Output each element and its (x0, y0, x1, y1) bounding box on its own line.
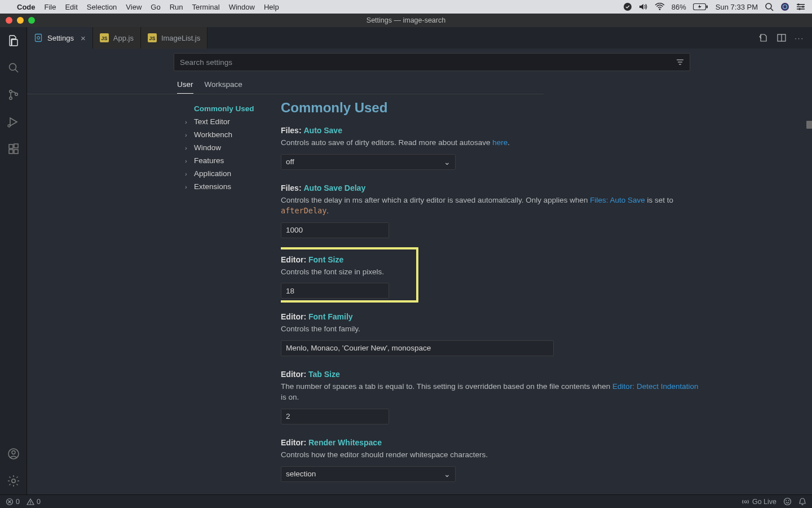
status-errors[interactable]: 0 (6, 498, 20, 506)
activity-accounts-icon[interactable] (6, 446, 21, 462)
menu-run[interactable]: Run (170, 3, 183, 11)
svg-line-15 (15, 69, 18, 72)
tab-close-button[interactable]: × (81, 34, 86, 42)
svg-rect-21 (9, 150, 13, 154)
scope-tab-user[interactable]: User (177, 77, 193, 94)
menu-window[interactable]: Window (229, 3, 255, 11)
js-file-icon: JS (148, 33, 157, 42)
menu-edit[interactable]: Edit (65, 3, 77, 11)
svg-point-44 (784, 498, 791, 505)
setting-files-auto-save: Files: Auto Save Controls auto save of d… (281, 126, 699, 183)
more-actions-icon[interactable]: ··· (795, 34, 804, 42)
activity-manage-icon[interactable] (6, 473, 21, 489)
status-menu-battery-icon[interactable] (693, 3, 709, 11)
setting-name: Tab Size (308, 370, 340, 379)
setting-name: Render Whitespace (308, 438, 382, 447)
svg-point-6 (781, 3, 789, 11)
tab-app-js[interactable]: JS App.js (93, 27, 141, 49)
scope-tab-workspace[interactable]: Workspace (205, 77, 242, 94)
window-minimize-button[interactable] (17, 17, 24, 24)
status-warnings-count: 0 (37, 498, 41, 506)
setting-description: Controls the font size in pixels. (281, 266, 699, 278)
svg-point-45 (785, 500, 787, 501)
settings-toc: Commonly Used ›Text Editor ›Workbench ›W… (174, 100, 281, 494)
menu-file[interactable]: File (45, 3, 56, 11)
menu-terminal[interactable]: Terminal (192, 3, 220, 11)
setting-editor-tab-size: Editor: Tab Size The number of spaces a … (281, 370, 699, 438)
toc-extensions[interactable]: ›Extensions (185, 180, 281, 193)
status-menu-sync-icon[interactable] (623, 2, 632, 11)
setting-category: Files: (281, 126, 302, 135)
svg-point-11 (797, 3, 800, 6)
status-errors-count: 0 (16, 498, 20, 506)
status-menu-clock[interactable]: Sun 7:33 PM (716, 3, 758, 11)
toc-features[interactable]: ›Features (185, 154, 281, 167)
svg-point-1 (659, 8, 660, 10)
tab-label: Settings (47, 34, 74, 42)
setting-autosave-delay-input[interactable]: 1000 (281, 222, 389, 238)
chevron-down-icon: ⌄ (444, 470, 451, 479)
setting-link-here[interactable]: here (492, 138, 508, 147)
status-go-live[interactable]: Go Live (742, 498, 776, 506)
activity-extensions-icon[interactable] (6, 141, 21, 157)
setting-render-whitespace-select[interactable]: selection ⌄ (281, 466, 456, 482)
menu-go[interactable]: Go (151, 3, 160, 11)
menu-help[interactable]: Help (264, 3, 279, 11)
setting-font-size-input[interactable]: 18 (281, 283, 389, 299)
svg-point-46 (788, 500, 789, 501)
settings-search-input[interactable] (174, 53, 690, 71)
setting-category: Editor: (281, 255, 306, 264)
toc-workbench[interactable]: ›Workbench (185, 128, 281, 141)
setting-autosave-select[interactable]: off ⌄ (281, 154, 456, 170)
status-menu-volume-icon[interactable] (639, 3, 648, 11)
svg-point-43 (744, 501, 747, 503)
menu-view[interactable]: View (126, 3, 142, 11)
activity-search-icon[interactable] (6, 60, 21, 76)
settings-filter-icon[interactable] (676, 58, 685, 67)
menu-selection[interactable]: Selection (87, 3, 117, 11)
setting-font-family-input[interactable]: Menlo, Monaco, 'Courier New', monospace (281, 340, 554, 356)
svg-point-16 (9, 90, 12, 93)
js-file-icon: JS (100, 33, 109, 42)
status-bar: 0 0 Go Live (0, 494, 812, 508)
toc-commonly-used[interactable]: Commonly Used (185, 102, 281, 115)
toc-text-editor[interactable]: ›Text Editor (185, 115, 281, 128)
window-title: Settings — image-search (0, 16, 812, 24)
status-bell-icon[interactable] (798, 497, 806, 506)
status-menu-control-center-icon[interactable] (796, 3, 805, 11)
setting-files-auto-save-delay: Files: Auto Save Delay Controls the dela… (281, 183, 699, 252)
status-feedback-icon[interactable] (783, 497, 792, 506)
settings-content[interactable]: Commonly Used Files: Auto Save Controls … (281, 100, 812, 494)
setting-link-detect-indentation[interactable]: Editor: Detect Indentation (612, 382, 698, 391)
tab-imagelist-js[interactable]: JS ImageList.js (141, 27, 208, 49)
toc-application[interactable]: ›Application (185, 167, 281, 180)
status-menu-siri-icon[interactable] (780, 2, 789, 11)
status-warnings[interactable]: 0 (27, 498, 41, 506)
activity-bar (0, 27, 27, 494)
split-editor-icon[interactable] (776, 33, 787, 43)
activity-source-control-icon[interactable] (6, 87, 21, 103)
macos-menu-bar: Code File Edit Selection View Go Run Ter… (0, 0, 812, 14)
window-zoom-button[interactable] (28, 17, 35, 24)
svg-point-17 (9, 97, 12, 100)
tab-settings[interactable]: Settings × (27, 27, 93, 49)
menu-app-name[interactable]: Code (17, 3, 36, 11)
svg-text:JS: JS (101, 36, 107, 41)
tab-label: ImageList.js (161, 34, 200, 42)
toc-window[interactable]: ›Window (185, 141, 281, 154)
svg-rect-23 (14, 144, 18, 148)
status-menu-wifi-icon[interactable] (655, 3, 665, 11)
setting-tab-size-input[interactable]: 2 (281, 409, 389, 424)
setting-link-autosave[interactable]: Files: Auto Save (590, 196, 645, 204)
activity-explorer-icon[interactable] (6, 33, 21, 49)
status-menu-spotlight-icon[interactable] (765, 2, 774, 11)
activity-run-debug-icon[interactable] (6, 114, 21, 130)
svg-rect-20 (9, 144, 13, 148)
open-changes-icon[interactable] (758, 33, 769, 43)
setting-name: Font Size (308, 255, 343, 264)
svg-line-5 (771, 8, 773, 11)
window-close-button[interactable] (6, 17, 12, 24)
svg-point-4 (766, 3, 771, 9)
setting-description: Controls how the editor should render wh… (281, 449, 699, 461)
toc-label: Window (194, 143, 221, 152)
